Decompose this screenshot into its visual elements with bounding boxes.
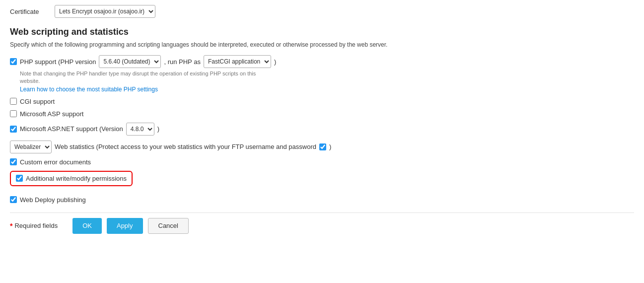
php-run-as-label: , run PHP as: [164, 58, 200, 66]
web-deploy-label: Web Deploy publishing: [10, 196, 86, 204]
aspnet-label-prefix: Microsoft ASP.NET support (Version: [20, 125, 123, 133]
cgi-label: CGI support: [10, 98, 55, 105]
aspnet-close-paren: ): [157, 125, 159, 133]
certificate-select[interactable]: Lets Encrypt osajoo.ir (osajoo.ir): [55, 5, 155, 18]
certificate-label: Certificate: [10, 8, 50, 15]
aspnet-support-row: Microsoft ASP.NET support (Version 4.8.0…: [10, 123, 634, 136]
write-permissions-label: Additional write/modify permissions: [26, 175, 127, 182]
write-permissions-row: Additional write/modify permissions: [10, 171, 133, 186]
aspnet-version-select[interactable]: 4.8.0: [126, 123, 154, 136]
webstats-close-paren: ): [329, 143, 331, 150]
apply-button[interactable]: Apply: [107, 218, 143, 234]
certificate-row: Certificate Lets Encrypt osajoo.ir (osaj…: [10, 5, 634, 18]
php-note: Note that changing the PHP handler type …: [20, 70, 258, 85]
custom-errors-label: Custom error documents: [10, 158, 91, 166]
web-stats-row: Webalizer Web statistics (Protect access…: [10, 141, 634, 153]
php-label-prefix: PHP support (PHP version: [20, 58, 96, 66]
write-permissions-checkbox[interactable]: [16, 175, 23, 182]
php-support-checkbox[interactable]: [10, 58, 17, 65]
web-deploy-checkbox[interactable]: [10, 196, 17, 203]
custom-errors-row: Custom error documents: [10, 158, 634, 166]
php-learn-more-link[interactable]: Learn how to choose the most suitable PH…: [20, 86, 158, 93]
php-version-select[interactable]: 5.6.40 (Outdated): [99, 55, 161, 68]
php-close-paren: ): [274, 58, 276, 66]
ok-button[interactable]: OK: [72, 218, 102, 234]
php-support-row: PHP support (PHP version 5.6.40 (Outdate…: [10, 55, 634, 68]
cgi-support-row: CGI support: [10, 98, 634, 105]
required-fields-section: * Required fields: [10, 222, 58, 230]
web-deploy-row: Web Deploy publishing: [10, 196, 634, 204]
custom-errors-checkbox[interactable]: [10, 158, 17, 165]
webstats-select[interactable]: Webalizer: [10, 141, 52, 153]
webstats-label: Web statistics (Protect access to your w…: [55, 143, 316, 150]
cgi-checkbox[interactable]: [10, 98, 17, 105]
section-title: Web scripting and statistics: [10, 27, 634, 37]
footer: * Required fields OK Apply Cancel: [10, 212, 634, 234]
asp-support-row: Microsoft ASP support: [10, 110, 634, 118]
webstats-protect-checkbox[interactable]: [319, 143, 326, 150]
required-asterisk: *: [10, 222, 12, 230]
required-fields-label: Required fields: [14, 222, 58, 229]
aspnet-checkbox[interactable]: [10, 126, 17, 133]
write-permissions-container: Additional write/modify permissions: [10, 171, 634, 191]
asp-checkbox[interactable]: [10, 110, 17, 117]
section-description: Specify which of the following programmi…: [10, 41, 457, 48]
php-handler-select[interactable]: FastCGI application: [204, 55, 271, 68]
cancel-button[interactable]: Cancel: [148, 218, 189, 234]
asp-label: Microsoft ASP support: [10, 110, 83, 118]
